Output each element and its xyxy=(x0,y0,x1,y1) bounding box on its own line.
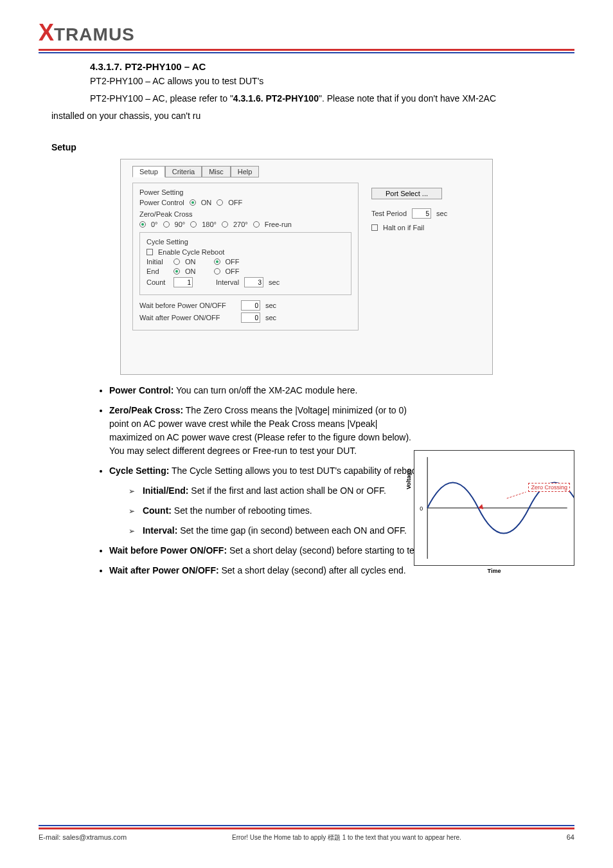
angle-0: 0° xyxy=(151,221,158,228)
b2-head: Zero/Peak Cross: xyxy=(109,405,183,415)
test-period-input[interactable] xyxy=(412,208,431,219)
initial-off-radio[interactable] xyxy=(214,258,220,265)
zero-tick: 0 xyxy=(420,505,423,512)
footer-divider-blue xyxy=(39,825,574,826)
end-off-radio[interactable] xyxy=(214,268,220,275)
voltage-axis-label: Voltage xyxy=(405,469,412,489)
test-period-label: Test Period xyxy=(371,210,407,217)
intro-line1: PT2-PHY100 – AC allows you to test DUT's xyxy=(90,75,574,88)
intro2-post: ". Please note that if you don't have XM… xyxy=(319,93,496,104)
enable-cycle-label: Enable Cycle Reboot xyxy=(158,248,224,256)
port-select-button[interactable]: Port Select ... xyxy=(371,188,442,199)
s3-body: Set the time gap (in second) between eac… xyxy=(177,525,406,536)
count-input[interactable] xyxy=(173,277,193,287)
initial-on: ON xyxy=(185,258,196,266)
s3-head: Interval: xyxy=(143,525,177,536)
s2-head: Count: xyxy=(143,505,172,516)
power-off-radio[interactable] xyxy=(217,199,223,206)
intro-line3: installed on your chassis, you can't ru xyxy=(51,109,574,123)
logo: X TRAMUS xyxy=(39,19,574,46)
bullet-power-control: Power Control: You can turn on/off the X… xyxy=(109,384,574,397)
wait-before-input[interactable] xyxy=(241,300,260,311)
cycle-setting-group: Cycle Setting Enable Cycle Reboot Initia… xyxy=(139,232,351,295)
footer: E-mail: sales@xtramus.com Error! Use the… xyxy=(39,825,574,842)
wait-after-unit: sec xyxy=(265,314,276,321)
angle-free-radio[interactable] xyxy=(253,221,260,228)
angle-free: Free-run xyxy=(265,221,292,228)
logo-x: X xyxy=(39,19,54,46)
end-on: ON xyxy=(185,267,196,275)
section-title: 4.3.1.7. PT2-PHY100 – AC xyxy=(90,61,574,72)
angle-0-radio[interactable] xyxy=(139,221,146,228)
enable-cycle-checkbox[interactable] xyxy=(147,249,153,255)
footer-right: 64 xyxy=(567,833,574,842)
wait-after-label: Wait after Power ON/OFF xyxy=(139,314,236,321)
sine-wave-svg: 0 xyxy=(414,451,574,565)
b3-head: Cycle Setting: xyxy=(109,466,169,476)
screenshot-panel: Setup Criteria Misc Help Power Setting P… xyxy=(120,159,493,375)
intro2-link: 4.3.1.6. PT2-PHY100 xyxy=(233,93,319,104)
angle-270: 270° xyxy=(233,221,248,228)
right-column: Port Select ... Test Period sec Halt on … xyxy=(371,183,481,336)
halt-checkbox[interactable] xyxy=(371,224,378,231)
b4-body: Set a short delay (second) before starti… xyxy=(227,545,424,556)
wait-before-label: Wait before Power ON/OFF xyxy=(139,302,236,309)
b5-body: Set a short delay (second) after all cyc… xyxy=(219,565,406,575)
end-off: OFF xyxy=(226,267,240,275)
tab-misc[interactable]: Misc xyxy=(202,166,231,177)
divider-blue xyxy=(39,52,574,53)
logo-rest: TRAMUS xyxy=(54,24,135,45)
divider-red xyxy=(39,49,574,51)
b1-body: You can turn on/off the XM-2AC module he… xyxy=(173,385,357,395)
b1-head: Power Control: xyxy=(109,385,173,395)
end-label: End xyxy=(147,267,168,275)
angle-270-radio[interactable] xyxy=(222,221,228,228)
initial-on-radio[interactable] xyxy=(173,258,180,265)
intro2-pre: PT2-PHY100 – AC, please refer to " xyxy=(90,93,233,104)
power-control-label: Power Control xyxy=(139,199,184,206)
screenshot-container: Setup Criteria Misc Help Power Setting P… xyxy=(39,159,574,375)
initial-off: OFF xyxy=(226,258,240,266)
footer-left: E-mail: sales@xtramus.com xyxy=(39,833,127,842)
cycle-setting-label: Cycle Setting xyxy=(147,238,344,246)
b5-head: Wait after Power ON/OFF: xyxy=(109,565,219,575)
zero-crossing-figure: Voltage 0 Zero Crossing Time xyxy=(414,450,574,566)
interval-input[interactable] xyxy=(244,277,263,287)
angle-90: 90° xyxy=(175,221,186,228)
footer-divider-red xyxy=(39,827,574,829)
interval-label: Interval xyxy=(216,278,239,286)
zero-crossing-label: Zero Crossing xyxy=(528,483,570,492)
halt-label: Halt on if Fail xyxy=(383,224,424,231)
intro-line2: PT2-PHY100 – AC, please refer to "4.3.1.… xyxy=(90,92,574,105)
end-on-radio[interactable] xyxy=(173,268,180,275)
angle-180: 180° xyxy=(202,221,217,228)
tabs: Setup Criteria Misc Help xyxy=(132,166,481,177)
on-label: ON xyxy=(201,199,212,206)
wait-after-input[interactable] xyxy=(241,312,260,323)
interval-unit: sec xyxy=(269,278,280,286)
test-period-unit: sec xyxy=(436,210,447,217)
angle-180-radio[interactable] xyxy=(190,221,197,228)
angle-90-radio[interactable] xyxy=(163,221,170,228)
setup-heading: Setup xyxy=(51,142,562,152)
tab-criteria[interactable]: Criteria xyxy=(165,166,202,177)
bullet-zero-peak: Zero/Peak Cross: The Zero Cross means th… xyxy=(109,404,418,458)
zero-peak-label: Zero/Peak Cross xyxy=(139,210,351,218)
off-label: OFF xyxy=(228,199,242,206)
b4-head: Wait before Power ON/OFF: xyxy=(109,545,227,556)
initial-label: Initial xyxy=(147,258,168,266)
power-on-radio[interactable] xyxy=(190,199,196,206)
footer-center: Error! Use the Home tab to apply 標題 1 to… xyxy=(232,833,461,842)
s1-body: Set if the first and last action shall b… xyxy=(188,485,386,496)
power-setting-group: Power Setting Power Control ON OFF Zero/… xyxy=(132,183,359,330)
s2-body: Set the number of rebooting times. xyxy=(172,505,312,516)
count-label: Count xyxy=(147,278,168,286)
time-axis-label: Time xyxy=(414,568,574,574)
tab-help[interactable]: Help xyxy=(231,166,260,177)
tab-setup[interactable]: Setup xyxy=(132,166,165,177)
power-setting-label: Power Setting xyxy=(139,188,351,196)
s1-head: Initial/End: xyxy=(143,485,189,496)
wait-before-unit: sec xyxy=(265,302,276,309)
